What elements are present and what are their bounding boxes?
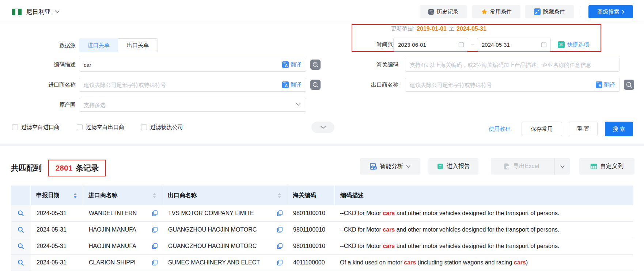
export-excel-button[interactable]: 导出Excel (491, 158, 570, 175)
tutorial-link[interactable]: 使用教程 (489, 122, 511, 136)
exporter-input[interactable] (405, 82, 596, 88)
origin-country-label: 原产国 (17, 98, 76, 112)
nigeria-flag-icon (12, 8, 22, 15)
chevron-down-icon (296, 103, 301, 106)
header-declaration-date[interactable]: 申报日期 (31, 186, 83, 205)
history-icon (428, 9, 434, 15)
origin-country-input[interactable] (79, 102, 306, 108)
enter-report-button[interactable]: 进入报告 (428, 158, 478, 175)
record-count: 2801 (56, 164, 73, 172)
end-date-input[interactable]: 2024-05-31 (477, 38, 551, 51)
description-text: Of a kind used on motor (340, 259, 404, 266)
exact-match-toggle[interactable] (624, 80, 634, 90)
row-detail-button[interactable] (11, 205, 31, 221)
filter-blank-exporter-checkbox[interactable]: 过滤空白出口商 (77, 123, 124, 131)
description-text: and other motor vehicles designed for th… (395, 243, 559, 249)
copy-icon[interactable] (152, 260, 158, 266)
copy-icon[interactable] (277, 210, 283, 216)
table-row: 2024-05-31 WANDEL INTERN TVS MOTOR COMPA… (11, 205, 633, 222)
translate-button[interactable]: 中A 翻译 (282, 81, 306, 88)
match-summary-prefix: 共匹配到 (11, 160, 42, 176)
bi-icon: BI (370, 163, 377, 170)
header-importer-name[interactable]: 进口商名称 (83, 186, 162, 205)
advanced-search-button[interactable]: 高级搜索 (588, 5, 633, 18)
copy-icon[interactable] (277, 243, 283, 249)
custom-columns-button[interactable]: 自定义列 (579, 158, 634, 175)
header-exporter-name[interactable]: 出口商名称 (162, 186, 287, 205)
record-count-suffix: 条记录 (76, 163, 99, 173)
copy-icon[interactable] (152, 243, 158, 249)
time-range-label: 时间范围 (340, 38, 398, 51)
sort-icons[interactable] (152, 193, 156, 198)
data-source-tabs: 进口关单 出口关单 (79, 38, 158, 52)
header-label: 海关编码 (293, 192, 316, 199)
description-text: (including station wagons and racing (416, 259, 514, 266)
end-date-value: 2024-05-31 (482, 42, 510, 48)
row-detail-button[interactable] (11, 255, 31, 271)
export-options-chevron[interactable] (554, 158, 570, 175)
country-selector[interactable]: 尼日利亚 (12, 7, 60, 16)
sort-icons[interactable] (73, 193, 77, 198)
declaration-date-cell: 2024-05-31 (31, 255, 83, 271)
translate-button[interactable]: 中A 翻译 (596, 81, 620, 88)
checkbox-icon (77, 124, 83, 130)
filter-logistics-label: 过滤物流公司 (150, 124, 183, 131)
tab-import-declarations[interactable]: 进口关单 (79, 38, 118, 52)
chevron-down-icon (560, 165, 565, 168)
copy-icon[interactable] (152, 227, 158, 233)
exact-match-icon (312, 62, 319, 68)
translate-icon: 中A (282, 61, 289, 68)
description-text: and other motor vehicles designed for th… (395, 210, 559, 216)
origin-country-select[interactable] (79, 98, 306, 112)
tab-export-declarations[interactable]: 出口关单 (118, 38, 158, 52)
header-label: 编码描述 (340, 192, 364, 199)
importer-label: 进口商名称 (17, 78, 76, 92)
filter-logistics-checkbox[interactable]: 过滤物流公司 (141, 123, 183, 131)
code-desc-input[interactable] (79, 62, 282, 68)
quick-options-label: 快捷选项 (567, 41, 589, 48)
chevron-down-icon (55, 10, 60, 13)
checkbox-icon (12, 124, 18, 130)
hide-conditions-button[interactable]: 隐藏条件 (525, 5, 574, 18)
importer-input[interactable] (79, 82, 282, 88)
row-detail-button[interactable] (11, 238, 31, 254)
export-excel-main[interactable]: 导出Excel (491, 163, 552, 170)
exact-match-toggle[interactable] (310, 60, 321, 70)
copy-icon[interactable] (152, 210, 158, 216)
start-date-input[interactable]: 2023-06-01 (393, 38, 468, 51)
collapse-form-button[interactable] (311, 122, 334, 133)
history-button[interactable]: 历史记录 (420, 5, 467, 18)
star-icon (481, 8, 488, 15)
header-label: 进口商名称 (88, 192, 118, 199)
translate-button[interactable]: 中A 翻译 (282, 61, 306, 68)
translate-icon: 中A (282, 81, 289, 88)
update-range-line: 更新范围: 2019-01-01 至 2024-05-31 (391, 25, 486, 32)
keyword-highlight: cars (383, 226, 395, 233)
translate-label: 翻译 (291, 81, 302, 88)
exact-match-toggle[interactable] (310, 80, 321, 90)
reset-button[interactable]: 重 置 (569, 122, 598, 136)
data-source-label: 数据源 (17, 38, 76, 52)
favorites-button[interactable]: 常用条件 (472, 5, 520, 18)
magnifier-icon (18, 210, 24, 217)
search-button[interactable]: 搜 索 (605, 122, 633, 136)
start-date-value: 2023-06-01 (398, 42, 426, 48)
header-hs-code: 海关编码 (287, 186, 335, 205)
copy-icon[interactable] (277, 260, 283, 266)
quick-options-button[interactable]: ⌘ 快捷选项 (558, 38, 589, 51)
table-header-row: 申报日期 进口商名称 出口商名称 (11, 186, 633, 205)
importer-cell: CLARION SHIPPI (83, 255, 162, 271)
section-divider (0, 144, 644, 146)
description-cell: --CKD for Motor cars and other motor veh… (335, 205, 633, 221)
sort-icons[interactable] (277, 193, 281, 198)
save-favorite-button[interactable]: 保存常用 (522, 122, 562, 136)
exporter-cell: GUANGZHOU HAOJIN MOTORC (162, 222, 287, 238)
header-label: 出口商名称 (168, 192, 197, 199)
filter-blank-importer-checkbox[interactable]: 过滤空白进口商 (12, 123, 60, 131)
checkbox-icon (141, 124, 147, 130)
copy-icon[interactable] (277, 227, 283, 233)
importer-cell: WANDEL INTERN (83, 205, 162, 221)
row-detail-button[interactable] (11, 222, 31, 238)
hs-code-input[interactable] (405, 62, 620, 68)
smart-analysis-button[interactable]: BI 智能分析 (360, 158, 420, 175)
